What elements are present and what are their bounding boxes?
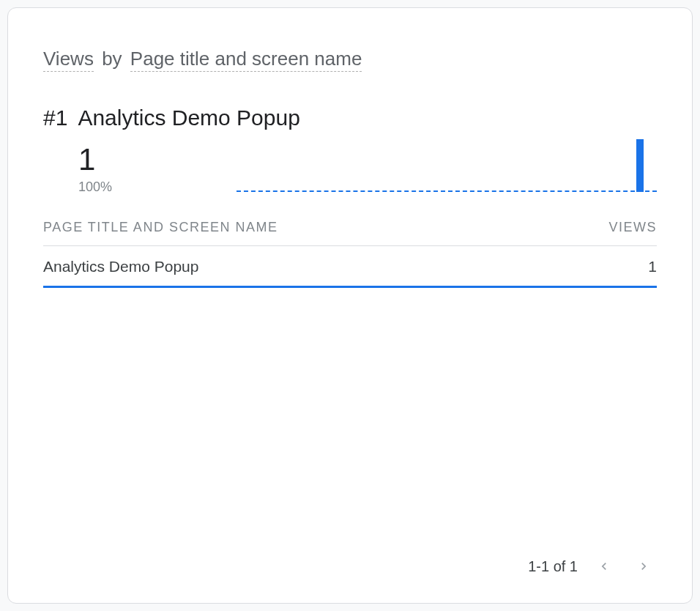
title-by: by bbox=[102, 48, 122, 70]
top-rank-row: #1 Analytics Demo Popup bbox=[43, 105, 657, 130]
sparkline-bar bbox=[636, 139, 644, 192]
table-header: PAGE TITLE AND SCREEN NAME VIEWS bbox=[43, 220, 657, 246]
title-dimension[interactable]: Page title and screen name bbox=[130, 48, 362, 72]
big-value: 1 bbox=[78, 144, 112, 175]
table-row[interactable]: Analytics Demo Popup 1 bbox=[43, 246, 657, 288]
title-metric[interactable]: Views bbox=[43, 48, 94, 72]
card-header: Views by Page title and screen name bbox=[43, 8, 657, 76]
card-title: Views by Page title and screen name bbox=[43, 48, 362, 70]
pagination: 1-1 of 1 bbox=[43, 533, 657, 603]
next-page-button[interactable] bbox=[630, 553, 657, 579]
value-row: 1 100% bbox=[43, 136, 657, 195]
row-name: Analytics Demo Popup bbox=[43, 258, 198, 275]
col-header-metric: VIEWS bbox=[608, 220, 657, 235]
prev-page-button[interactable] bbox=[591, 553, 617, 579]
sparkline-chart bbox=[237, 136, 657, 192]
chevron-right-icon bbox=[636, 559, 651, 574]
data-table: PAGE TITLE AND SCREEN NAME VIEWS Analyti… bbox=[43, 220, 657, 288]
sparkline-baseline bbox=[237, 190, 657, 192]
row-views: 1 bbox=[648, 258, 657, 275]
rank-name: Analytics Demo Popup bbox=[78, 105, 300, 130]
col-header-dimension: PAGE TITLE AND SCREEN NAME bbox=[43, 220, 278, 235]
pagination-range: 1-1 of 1 bbox=[528, 558, 578, 575]
value-col: 1 100% bbox=[78, 144, 112, 195]
chevron-left-icon bbox=[597, 559, 611, 574]
percent-value: 100% bbox=[78, 179, 112, 195]
rank-number: #1 bbox=[43, 105, 67, 130]
analytics-card: Views by Page title and screen name #1 A… bbox=[7, 7, 693, 604]
